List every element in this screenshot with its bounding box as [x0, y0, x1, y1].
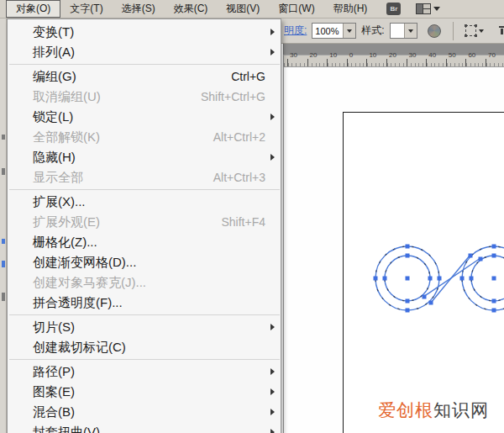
menu-item-label: 创建裁切标记(C)	[33, 340, 126, 356]
menu-item[interactable]: 栅格化(Z)...	[8, 232, 281, 252]
menubar-item[interactable]: 选择(S)	[113, 0, 165, 18]
ruler-tick: 10	[327, 59, 328, 66]
submenu-arrow-icon	[270, 29, 275, 35]
menu-item-shortcut: Shift+Ctrl+G	[201, 90, 274, 103]
menu-item-label: 排列(A)	[33, 45, 75, 61]
menu-item: 显示全部Alt+Ctrl+3	[8, 167, 281, 187]
menu-item[interactable]: 路径(P)	[8, 362, 281, 382]
menu-item[interactable]: 封套扭曲(V)	[8, 422, 281, 433]
menubar-right-tools: Br	[386, 0, 440, 18]
menubar-item[interactable]: 视图(V)	[217, 0, 269, 18]
menu-item-label: 扩展(X)...	[33, 194, 86, 210]
align-top-icon[interactable]	[499, 25, 504, 36]
menu-item-shortcut: Ctrl+G	[231, 70, 274, 83]
menu-item: 创建对象马赛克(J)...	[8, 272, 281, 293]
menu-item-shortcut: Alt+Ctrl+2	[213, 130, 274, 144]
submenu-arrow-icon	[270, 324, 275, 330]
object-menu-list: 变换(T)排列(A)编组(G)Ctrl+G取消编组(U)Shift+Ctrl+G…	[8, 22, 281, 433]
ruler-tick: 0	[347, 59, 348, 66]
chevron-down-icon	[347, 29, 352, 33]
menu-item-label: 创建对象马赛克(J)...	[33, 275, 146, 291]
watermark-orange-text: 爱创根	[378, 400, 433, 420]
ruler-tick: 20	[386, 59, 387, 66]
menubar-item[interactable]: 帮助(H)	[324, 0, 377, 18]
opacity-dropdown-button[interactable]	[343, 24, 355, 38]
menubar-item[interactable]: 文字(T)	[60, 0, 112, 18]
opacity-value: 100%	[312, 26, 343, 36]
ruler-tick: 30	[287, 59, 288, 66]
menu-separator	[9, 189, 280, 190]
submenu-arrow-icon	[270, 114, 275, 120]
menubar-item[interactable]: 效果(C)	[165, 0, 218, 18]
style-combo[interactable]	[390, 23, 417, 39]
ruler-tick: 30	[407, 59, 407, 66]
watermark: 爱创根知识网	[378, 399, 489, 422]
menu-item: 扩展外观(E)Shift+F4	[8, 212, 281, 232]
menu-item[interactable]: 创建裁切标记(C)	[8, 337, 281, 357]
canvas-artwork	[284, 67, 504, 433]
menu-item-label: 变换(T)	[33, 24, 74, 40]
submenu-arrow-icon	[270, 368, 275, 375]
menubar: 对象(O)文字(T)选择(S)效果(C)视图(V)窗口(W)帮助(H) Br	[0, 0, 504, 18]
menu-item-label: 图案(E)	[33, 384, 75, 400]
ruler-tick: 20	[307, 59, 308, 66]
divider	[453, 22, 454, 40]
menu-item-label: 取消编组(U)	[33, 89, 101, 105]
workspace-switcher[interactable]	[416, 3, 440, 14]
tools-panel-sliver	[0, 18, 7, 433]
submenu-arrow-icon	[270, 388, 275, 395]
menu-separator	[9, 64, 280, 65]
transform-dropdown[interactable]	[465, 25, 484, 36]
menu-item-label: 拼合透明度(F)...	[33, 295, 123, 311]
submenu-arrow-icon	[270, 429, 275, 433]
menu-item[interactable]: 编组(G)Ctrl+G	[8, 66, 281, 87]
menu-item-label: 封套扭曲(V)	[33, 425, 100, 433]
menu-item-label: 栅格化(Z)...	[33, 235, 97, 251]
menu-item-label: 创建渐变网格(D)...	[33, 255, 136, 271]
ruler-tick: 50	[446, 59, 447, 66]
opacity-combo[interactable]: 100%	[312, 23, 356, 39]
style-dropdown-button[interactable]	[404, 24, 417, 38]
menu-item-shortcut: Shift+F4	[221, 215, 274, 229]
horizontal-ruler[interactable]: 30201001020304050607080	[283, 55, 504, 67]
menu-separator	[9, 314, 280, 315]
recolor-artwork-icon[interactable]	[428, 24, 441, 38]
opacity-link[interactable]: 明度:	[284, 24, 307, 38]
submenu-arrow-icon	[270, 154, 275, 161]
menu-item[interactable]: 拼合透明度(F)...	[8, 293, 281, 313]
submenu-arrow-icon	[270, 49, 275, 55]
menu-item[interactable]: 创建渐变网格(D)...	[8, 252, 281, 272]
menu-item[interactable]: 混合(B)	[8, 402, 281, 422]
menu-separator	[9, 359, 280, 360]
menu-item-label: 隐藏(H)	[33, 150, 76, 166]
watermark-dark-text: 知识网	[433, 400, 489, 420]
ruler-tick: 70	[486, 59, 486, 66]
menu-item[interactable]: 排列(A)	[8, 42, 281, 62]
transform-bounds-icon	[465, 25, 476, 36]
menu-item[interactable]: 锁定(L)	[8, 107, 281, 127]
menu-item-label: 切片(S)	[33, 319, 75, 335]
menu-item[interactable]: 变换(T)	[8, 22, 281, 42]
canvas[interactable]: 爱创根知识网	[283, 67, 504, 433]
menu-item-label: 编组(G)	[33, 69, 76, 85]
ruler-tick: 10	[366, 59, 367, 66]
menu-item: 取消编组(U)Shift+Ctrl+G	[8, 87, 281, 107]
menubar-item[interactable]: 对象(O)	[6, 0, 60, 18]
workspace-layout-icon	[416, 3, 431, 14]
object-menu: 变换(T)排列(A)编组(G)Ctrl+G取消编组(U)Shift+Ctrl+G…	[7, 18, 281, 433]
menu-item: 全部解锁(K)Alt+Ctrl+2	[8, 127, 281, 147]
menu-item-label: 显示全部	[33, 170, 83, 186]
illustrator-window: 对象(O)文字(T)选择(S)效果(C)视图(V)窗口(W)帮助(H) Br 明…	[0, 0, 504, 433]
menu-item-label: 全部解锁(K)	[33, 129, 100, 145]
menu-item[interactable]: 图案(E)	[8, 382, 281, 402]
submenu-arrow-icon	[270, 409, 275, 415]
ruler-tick: 60	[465, 59, 466, 66]
menu-item[interactable]: 隐藏(H)	[8, 147, 281, 167]
menubar-item[interactable]: 窗口(W)	[269, 0, 323, 18]
style-label: 样式:	[361, 24, 384, 38]
style-swatch	[391, 24, 404, 38]
menu-item[interactable]: 扩展(X)...	[8, 192, 281, 212]
bridge-button[interactable]: Br	[386, 3, 401, 15]
menu-item[interactable]: 切片(S)	[8, 317, 281, 337]
chevron-down-icon	[479, 29, 484, 33]
